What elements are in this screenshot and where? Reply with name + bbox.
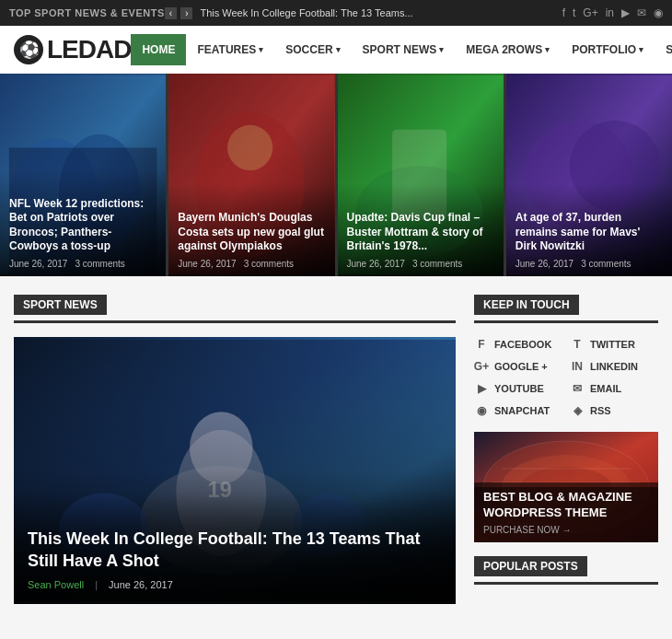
hero-title-3: Upadte: Davis Cup final – Buster Mottram… bbox=[347, 211, 494, 254]
hero-meta-1: June 26, 2017 3 comments bbox=[9, 259, 156, 269]
linkedin-label: LINKEDIN bbox=[590, 361, 638, 372]
chevron-down-icon: ▾ bbox=[439, 45, 444, 54]
rss-label: RSS bbox=[590, 405, 611, 416]
hero-overlay-3: Upadte: Davis Cup final – Buster Mottram… bbox=[338, 183, 504, 276]
social-rss[interactable]: ◈ RSS bbox=[570, 403, 658, 418]
email-icon: ✉ bbox=[570, 381, 585, 396]
linkedin-icon: in bbox=[570, 359, 585, 374]
sport-article-main[interactable]: 19 This Week In College Football: The 13… bbox=[14, 337, 456, 604]
ticker-prev[interactable]: ‹ bbox=[165, 7, 177, 19]
snapchat-label: SNAPCHAT bbox=[494, 405, 550, 416]
social-snapchat[interactable]: ◉ SNAPCHAT bbox=[474, 403, 562, 418]
hero-meta-2: June 26, 2017 3 comments bbox=[178, 259, 325, 269]
sport-news-section-title: SPORT NEWS bbox=[14, 295, 456, 323]
nav-features[interactable]: FEATURES ▾ bbox=[186, 34, 274, 65]
logo[interactable]: ⚽ LEDAD bbox=[14, 35, 131, 64]
googleplus-icon: G+ bbox=[474, 359, 489, 374]
keep-in-touch-section-title: KEEP IN TOUCH bbox=[474, 295, 658, 323]
rss-icon-top[interactable]: ◉ bbox=[654, 6, 663, 19]
nav-soccer[interactable]: SOCCER ▾ bbox=[274, 34, 351, 65]
facebook-label: FACEBOOK bbox=[494, 339, 551, 350]
nav-sport-news[interactable]: SPORT NEWS ▾ bbox=[352, 34, 456, 65]
hero-date-3: June 26, 2017 bbox=[347, 259, 405, 269]
hero-comments-2: 3 comments bbox=[244, 259, 294, 269]
popular-posts-section-title: POPULAR POSTS bbox=[474, 556, 658, 585]
chevron-down-icon: ▾ bbox=[336, 45, 341, 54]
ad-banner-title: BEST BLOG & MAGAZINE WORDPRESS THEME bbox=[483, 490, 649, 521]
googleplus-label: GOOGLE + bbox=[494, 361, 548, 372]
ticker-text: This Week In College Football: The 13 Te… bbox=[200, 7, 562, 18]
ad-banner-overlay: BEST BLOG & MAGAZINE WORDPRESS THEME PUR… bbox=[474, 482, 658, 542]
googleplus-icon-top[interactable]: G+ bbox=[583, 6, 597, 19]
sport-news-title-text: SPORT NEWS bbox=[14, 295, 107, 315]
ticker-next[interactable]: › bbox=[180, 7, 192, 19]
hero-date-1: June 26, 2017 bbox=[9, 259, 67, 269]
content-right: KEEP IN TOUCH f FACEBOOK t TWITTER G+ GO… bbox=[474, 295, 658, 604]
twitter-icon-top[interactable]: t bbox=[573, 6, 575, 19]
social-email[interactable]: ✉ EMAIL bbox=[570, 381, 658, 396]
ad-banner-cta[interactable]: PURCHASE NOW → bbox=[483, 525, 649, 535]
main-content: SPORT NEWS bbox=[0, 276, 672, 622]
social-facebook[interactable]: f FACEBOOK bbox=[474, 337, 562, 352]
hero-comments-4: 3 comments bbox=[581, 259, 631, 269]
hero-comments-3: 3 comments bbox=[412, 259, 462, 269]
youtube-label: YOUTUBE bbox=[494, 383, 544, 394]
chevron-down-icon: ▾ bbox=[639, 45, 643, 54]
main-nav: HOME FEATURES ▾ SOCCER ▾ SPORT NEWS ▾ ME… bbox=[131, 33, 672, 65]
social-googleplus[interactable]: G+ GOOGLE + bbox=[474, 359, 562, 374]
nav-home[interactable]: HOME bbox=[131, 34, 186, 65]
hero-meta-3: June 26, 2017 3 comments bbox=[347, 259, 494, 269]
logo-text: LEDAD bbox=[47, 35, 131, 64]
svg-point-6 bbox=[227, 125, 272, 170]
sport-article-image-wrapper: 19 This Week In College Football: The 13… bbox=[14, 337, 456, 604]
nav-mega2rows[interactable]: MEGA 2ROWS ▾ bbox=[455, 34, 561, 65]
sport-article-title: This Week In College Football: The 13 Te… bbox=[28, 529, 442, 572]
popular-posts-title-text: POPULAR POSTS bbox=[474, 556, 587, 576]
svg-point-16 bbox=[190, 412, 253, 483]
hero-title-4: At age of 37, burden remains same for Ma… bbox=[516, 211, 663, 254]
hero-article-1[interactable]: NFL Week 12 predictions: Bet on Patriots… bbox=[0, 74, 166, 276]
hero-meta-4: June 26, 2017 3 comments bbox=[516, 259, 663, 269]
hero-article-4[interactable]: At age of 37, burden remains same for Ma… bbox=[506, 74, 672, 276]
hero-date-4: June 26, 2017 bbox=[516, 259, 574, 269]
sport-article-meta: Sean Powell | June 26, 2017 bbox=[28, 579, 442, 590]
keep-in-touch-title-text: KEEP IN TOUCH bbox=[474, 295, 579, 315]
top-bar-label: TOP SPORT NEWS & EVENTS bbox=[9, 7, 165, 18]
linkedin-icon-top[interactable]: in bbox=[606, 6, 614, 19]
email-icon-top[interactable]: ✉ bbox=[637, 6, 646, 19]
youtube-icon-top[interactable]: ▶ bbox=[621, 6, 630, 19]
ad-banner[interactable]: BEST BLOG & MAGAZINE WORDPRESS THEME PUR… bbox=[474, 432, 658, 542]
hero-comments-1: 3 comments bbox=[75, 259, 124, 269]
chevron-down-icon: ▾ bbox=[545, 45, 550, 54]
social-youtube[interactable]: ▶ YOUTUBE bbox=[474, 381, 562, 396]
facebook-icon-top[interactable]: f bbox=[562, 6, 565, 19]
social-linkedin[interactable]: in LINKEDIN bbox=[570, 359, 658, 374]
sport-article-overlay: This Week In College Football: The 13 Te… bbox=[14, 492, 456, 604]
top-bar: TOP SPORT NEWS & EVENTS ‹ › This Week In… bbox=[0, 0, 672, 26]
hero-title-1: NFL Week 12 predictions: Bet on Patriots… bbox=[9, 197, 156, 254]
social-twitter[interactable]: t TWITTER bbox=[570, 337, 658, 352]
hero-article-2[interactable]: Bayern Munich's Douglas Costa sets up ne… bbox=[168, 74, 334, 276]
hero-article-3[interactable]: Upadte: Davis Cup final – Buster Mottram… bbox=[338, 74, 504, 276]
snapchat-icon: ◉ bbox=[474, 403, 489, 418]
chevron-down-icon: ▾ bbox=[259, 45, 263, 54]
header: ⚽ LEDAD HOME FEATURES ▾ SOCCER ▾ SPORT N… bbox=[0, 26, 672, 74]
meta-separator: | bbox=[95, 579, 98, 590]
social-icons-top: f t G+ in ▶ ✉ ◉ bbox=[562, 6, 663, 19]
social-links-grid: f FACEBOOK t TWITTER G+ GOOGLE + in LINK… bbox=[474, 337, 658, 418]
logo-ball: ⚽ bbox=[14, 35, 43, 64]
nav-portfolio[interactable]: PORTFOLIO ▾ bbox=[561, 34, 655, 65]
facebook-icon: f bbox=[474, 337, 489, 352]
hero-overlay-1: NFL Week 12 predictions: Bet on Patriots… bbox=[0, 169, 166, 276]
email-label: EMAIL bbox=[590, 383, 621, 394]
twitter-label: TWITTER bbox=[590, 339, 635, 350]
youtube-icon: ▶ bbox=[474, 381, 489, 396]
sport-article-author: Sean Powell bbox=[28, 579, 84, 590]
ticker-nav[interactable]: ‹ › bbox=[165, 7, 193, 19]
rss-icon: ◈ bbox=[570, 403, 585, 418]
twitter-icon: t bbox=[570, 337, 585, 352]
hero-title-2: Bayern Munich's Douglas Costa sets up ne… bbox=[178, 211, 325, 254]
hero-overlay-4: At age of 37, burden remains same for Ma… bbox=[506, 183, 672, 276]
hero-grid: NFL Week 12 predictions: Bet on Patriots… bbox=[0, 74, 672, 276]
nav-shop[interactable]: SHOP bbox=[655, 34, 672, 65]
